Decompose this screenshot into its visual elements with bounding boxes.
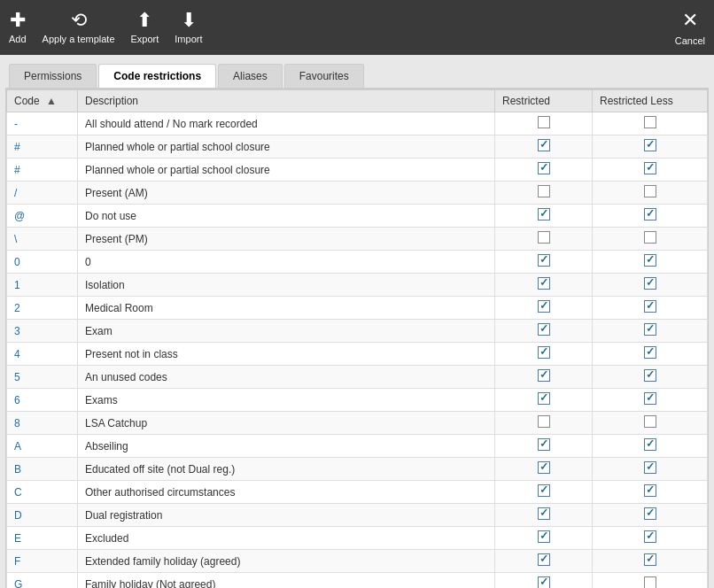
cell-restricted-less[interactable] (593, 343, 708, 366)
checkbox-restricted-less[interactable] (644, 369, 656, 382)
cell-restricted-less[interactable] (593, 573, 708, 589)
cell-restricted[interactable] (495, 366, 593, 389)
cell-restricted-less[interactable] (593, 182, 708, 205)
cell-restricted-less[interactable] (593, 412, 708, 435)
cell-description: Isolation (78, 274, 495, 297)
tab-favourites[interactable]: Favourites (284, 64, 364, 88)
checkbox-restricted[interactable] (538, 116, 550, 128)
cancel-label: Cancel (675, 35, 705, 46)
cell-restricted[interactable] (495, 343, 593, 366)
table-row: 6Exams (7, 389, 708, 412)
checkbox-restricted-less[interactable] (644, 323, 656, 336)
cell-restricted-less[interactable] (593, 135, 708, 159)
checkbox-restricted-less[interactable] (644, 231, 656, 244)
col-code[interactable]: Code ▲ (7, 90, 78, 112)
checkbox-restricted-less[interactable] (644, 162, 656, 174)
cell-restricted[interactable] (495, 412, 593, 435)
checkbox-restricted[interactable] (538, 231, 550, 244)
cell-restricted-less[interactable] (593, 112, 708, 135)
cell-restricted[interactable] (495, 182, 593, 205)
checkbox-restricted[interactable] (538, 438, 550, 451)
cell-restricted-less[interactable] (593, 527, 708, 550)
checkbox-restricted[interactable] (538, 254, 550, 267)
cell-restricted[interactable] (495, 573, 593, 589)
cell-restricted[interactable] (495, 135, 593, 159)
checkbox-restricted-less[interactable] (644, 254, 656, 267)
cell-restricted[interactable] (495, 458, 593, 481)
checkbox-restricted[interactable] (538, 415, 550, 428)
checkbox-restricted[interactable] (538, 530, 550, 543)
cell-restricted-less[interactable] (593, 481, 708, 504)
cell-restricted-less[interactable] (593, 389, 708, 412)
checkbox-restricted-less[interactable] (644, 392, 656, 405)
checkbox-restricted[interactable] (538, 323, 550, 336)
checkbox-restricted[interactable] (538, 461, 550, 474)
checkbox-restricted[interactable] (538, 346, 550, 359)
cell-restricted[interactable] (495, 320, 593, 343)
checkbox-restricted[interactable] (538, 185, 550, 197)
cell-restricted[interactable] (495, 159, 593, 182)
cell-restricted-less[interactable] (593, 159, 708, 182)
checkbox-restricted[interactable] (538, 277, 550, 290)
checkbox-restricted[interactable] (538, 392, 550, 405)
import-button[interactable]: ⬇ Import (175, 11, 202, 44)
cell-restricted[interactable] (495, 504, 593, 527)
cell-restricted-less[interactable] (593, 458, 708, 481)
tab-permissions[interactable]: Permissions (9, 64, 97, 88)
cell-restricted-less[interactable] (593, 320, 708, 343)
cell-restricted[interactable] (495, 251, 593, 274)
checkbox-restricted-less[interactable] (644, 438, 656, 451)
tab-aliases[interactable]: Aliases (218, 64, 283, 88)
cell-code: 3 (7, 320, 78, 343)
cell-restricted[interactable] (495, 435, 593, 458)
add-button[interactable]: ✚ Add (9, 11, 27, 44)
checkbox-restricted[interactable] (538, 369, 550, 382)
checkbox-restricted[interactable] (538, 553, 550, 566)
col-restricted: Restricted (495, 90, 593, 112)
checkbox-restricted-less[interactable] (644, 553, 656, 566)
checkbox-restricted-less[interactable] (644, 507, 656, 520)
checkbox-restricted[interactable] (538, 139, 550, 151)
cell-description: Family holiday (Not agreed) (78, 573, 495, 589)
checkbox-restricted-less[interactable] (644, 277, 656, 290)
checkbox-restricted-less[interactable] (644, 415, 656, 428)
cell-restricted-less[interactable] (593, 297, 708, 320)
checkbox-restricted[interactable] (538, 576, 550, 588)
checkbox-restricted-less[interactable] (644, 300, 656, 313)
cell-restricted[interactable] (495, 112, 593, 135)
tab-code-restrictions[interactable]: Code restrictions (98, 64, 216, 88)
cell-restricted[interactable] (495, 297, 593, 320)
checkbox-restricted-less[interactable] (644, 484, 656, 497)
checkbox-restricted[interactable] (538, 162, 550, 174)
export-button[interactable]: ⬆ Export (131, 11, 159, 44)
cell-restricted[interactable] (495, 274, 593, 297)
checkbox-restricted-less[interactable] (644, 346, 656, 359)
cell-restricted[interactable] (495, 228, 593, 251)
cell-restricted-less[interactable] (593, 251, 708, 274)
cell-restricted-less[interactable] (593, 435, 708, 458)
cell-restricted[interactable] (495, 481, 593, 504)
checkbox-restricted-less[interactable] (644, 576, 656, 588)
cell-restricted[interactable] (495, 527, 593, 550)
cancel-button[interactable]: ✕ Cancel (675, 9, 705, 46)
checkbox-restricted[interactable] (538, 484, 550, 497)
checkbox-restricted[interactable] (538, 507, 550, 520)
cell-restricted[interactable] (495, 550, 593, 573)
cell-restricted-less[interactable] (593, 274, 708, 297)
checkbox-restricted-less[interactable] (644, 139, 656, 151)
checkbox-restricted-less[interactable] (644, 461, 656, 474)
cell-restricted[interactable] (495, 205, 593, 228)
cell-restricted-less[interactable] (593, 366, 708, 389)
checkbox-restricted-less[interactable] (644, 530, 656, 543)
checkbox-restricted-less[interactable] (644, 185, 656, 197)
cell-restricted[interactable] (495, 389, 593, 412)
cell-restricted-less[interactable] (593, 550, 708, 573)
checkbox-restricted-less[interactable] (644, 208, 656, 220)
checkbox-restricted-less[interactable] (644, 116, 656, 128)
cell-restricted-less[interactable] (593, 205, 708, 228)
checkbox-restricted[interactable] (538, 300, 550, 313)
cell-restricted-less[interactable] (593, 504, 708, 527)
apply-template-button[interactable]: ⟲ Apply a template (43, 11, 115, 44)
checkbox-restricted[interactable] (538, 208, 550, 220)
cell-restricted-less[interactable] (593, 228, 708, 251)
